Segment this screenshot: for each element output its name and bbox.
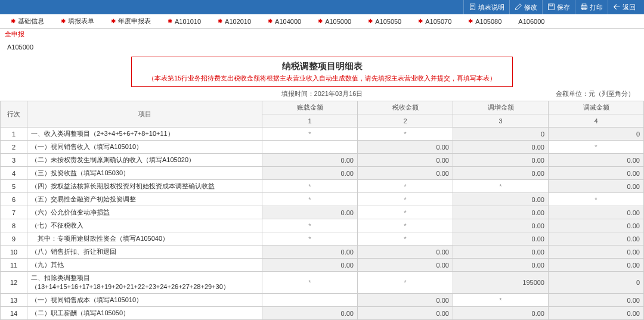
cell-c2: * xyxy=(358,193,453,206)
tab-label: A101010 xyxy=(175,18,201,25)
row-num: 9 xyxy=(1,232,27,246)
cell-c1 xyxy=(262,294,358,307)
cell-c2: * xyxy=(358,180,453,193)
cell-c1[interactable]: 0.00 xyxy=(262,259,358,272)
row-item: （二）未按权责发生制原则确认的收入（填写A105020） xyxy=(27,154,262,167)
toolbar-label: 打印 xyxy=(590,3,603,12)
cell-c4[interactable]: 0.00 xyxy=(549,232,644,246)
cell-c2[interactable]: 0.00 xyxy=(358,246,453,259)
required-icon: ✱ xyxy=(268,18,273,24)
cell-c3[interactable]: 0.00 xyxy=(453,246,549,259)
doc-icon xyxy=(469,3,476,12)
cell-c2[interactable]: 0.00 xyxy=(358,259,453,272)
cell-c4[interactable]: 0 xyxy=(549,272,644,294)
toolbar-back-button[interactable]: 返回 xyxy=(608,0,640,14)
required-icon: ✱ xyxy=(11,18,16,24)
cell-c1[interactable]: 0.00 xyxy=(262,167,358,180)
row-item: （二）职工薪酬（填写A105050） xyxy=(27,307,262,320)
cell-c4[interactable]: 0.00 xyxy=(549,206,644,219)
row-item: （六）公允价值变动净损益 xyxy=(27,206,262,219)
cell-c3[interactable]: 0.00 xyxy=(453,167,549,180)
row-num: 3 xyxy=(1,154,27,167)
cell-c4[interactable]: 0.00 xyxy=(549,219,644,232)
cell-c1: * xyxy=(262,128,358,141)
tab-label: A105080 xyxy=(475,18,501,25)
row-item: 其中：专项用途财政性资金（填写A105040） xyxy=(27,232,262,246)
cell-c4[interactable]: 0.00 xyxy=(549,294,644,307)
tab-A105070[interactable]: ✱A105070 xyxy=(410,14,460,28)
cell-c1: * xyxy=(262,272,358,294)
cell-c3[interactable]: 195000 xyxy=(453,272,549,294)
tab-A105000[interactable]: ✱A105000 xyxy=(309,14,360,28)
row-item: （五）交易性金融资产初始投资调整 xyxy=(27,193,262,206)
toolbar-edit-button[interactable]: 修改 xyxy=(509,0,542,14)
required-icon: ✱ xyxy=(111,18,116,24)
table-row: 8（七）不征税收入**0.000.00 xyxy=(1,219,644,232)
row-item: （一）视同销售收入（填写A105010） xyxy=(27,141,262,154)
cell-c1[interactable]: 0.00 xyxy=(262,206,358,219)
cell-c3[interactable]: 0.00 xyxy=(453,193,549,206)
required-icon: ✱ xyxy=(368,18,373,24)
report-time: 填报时间：2021年03月16日 xyxy=(281,89,363,98)
cell-c3[interactable]: 0.00 xyxy=(453,232,549,246)
cell-c4: * xyxy=(549,141,644,154)
cell-c3[interactable]: 0.00 xyxy=(453,206,549,219)
toolbar-label: 填表说明 xyxy=(478,3,504,12)
cell-c1: * xyxy=(262,180,358,193)
row-num: 6 xyxy=(1,193,27,206)
tab-A105050[interactable]: ✱A105050 xyxy=(360,14,410,28)
cell-c4[interactable]: 0.00 xyxy=(549,259,644,272)
cell-c2[interactable]: 0.00 xyxy=(358,294,453,307)
col-c3: 调增金额 xyxy=(453,101,549,114)
cell-c3[interactable]: 0 xyxy=(453,128,549,141)
table-row: 4（三）投资收益（填写A105030）0.000.000.000.00 xyxy=(1,167,644,180)
cell-c1[interactable]: 0.00 xyxy=(262,246,358,259)
cell-c4[interactable]: 0.00 xyxy=(549,307,644,320)
tab-填报表单[interactable]: ✱填报表单 xyxy=(52,14,103,28)
tab-label: A106000 xyxy=(518,18,544,25)
required-icon: ✱ xyxy=(218,18,222,24)
tab-A104000[interactable]: ✱A104000 xyxy=(259,14,309,28)
cell-c3[interactable]: 0.00 xyxy=(453,154,549,167)
row-num: 8 xyxy=(1,219,27,232)
form-code-label: A105000 xyxy=(0,40,644,54)
cell-c1[interactable]: 0.00 xyxy=(262,307,358,320)
cell-c1: * xyxy=(262,232,358,246)
table-row: 12二、扣除类调整项目（13+14+15+16+17+18+19+20+21+2… xyxy=(1,272,644,294)
cell-c3[interactable]: 0.00 xyxy=(453,259,549,272)
sub-tab-all[interactable]: 全申报 xyxy=(0,29,644,40)
cell-c4[interactable]: 0.00 xyxy=(549,167,644,180)
cell-c4[interactable]: 0.00 xyxy=(549,180,644,193)
row-num: 10 xyxy=(1,246,27,259)
cell-c1[interactable]: 0.00 xyxy=(262,154,358,167)
tab-A101010[interactable]: ✱A101010 xyxy=(159,14,209,28)
toolbar-save-button[interactable]: 保存 xyxy=(542,0,575,14)
cell-c4[interactable]: 0 xyxy=(549,128,644,141)
tab-年度申报表[interactable]: ✱年度申报表 xyxy=(103,14,159,28)
cell-c3[interactable]: 0.00 xyxy=(453,307,549,320)
table-row: 3（二）未按权责发生制原则确认的收入（填写A105020）0.000.000.0… xyxy=(1,154,644,167)
cell-c3[interactable]: 0.00 xyxy=(453,219,549,232)
cell-c2[interactable]: 0.00 xyxy=(358,154,453,167)
col-n4: 4 xyxy=(549,114,644,128)
tab-label: A105000 xyxy=(325,18,351,25)
cell-c3[interactable]: 0.00 xyxy=(453,141,549,154)
col-n3: 3 xyxy=(453,114,549,128)
cell-c4[interactable]: 0.00 xyxy=(549,154,644,167)
tab-基础信息[interactable]: ✱基础信息 xyxy=(2,14,52,28)
col-n1: 1 xyxy=(262,114,358,128)
cell-c2[interactable]: 0.00 xyxy=(358,141,453,154)
table-row: 7（六）公允价值变动净损益0.00*0.000.00 xyxy=(1,206,644,219)
cell-c4[interactable]: 0.00 xyxy=(549,246,644,259)
cell-c2[interactable]: 0.00 xyxy=(358,307,453,320)
toolbar-print-button[interactable]: 打印 xyxy=(575,0,608,14)
tab-A102010[interactable]: ✱A102010 xyxy=(209,14,259,28)
svg-rect-2 xyxy=(550,4,553,5)
cell-c1 xyxy=(262,141,358,154)
tab-A105080[interactable]: ✱A105080 xyxy=(460,14,510,28)
col-c1: 账载金额 xyxy=(262,101,358,114)
toolbar-doc-button[interactable]: 填表说明 xyxy=(463,0,509,14)
cell-c2[interactable]: 0.00 xyxy=(358,167,453,180)
table-row: 1一、收入类调整项目（2+3+4+5+6+7+8+10+11）**00 xyxy=(1,128,644,141)
tab-A106000[interactable]: A106000 xyxy=(510,14,553,28)
